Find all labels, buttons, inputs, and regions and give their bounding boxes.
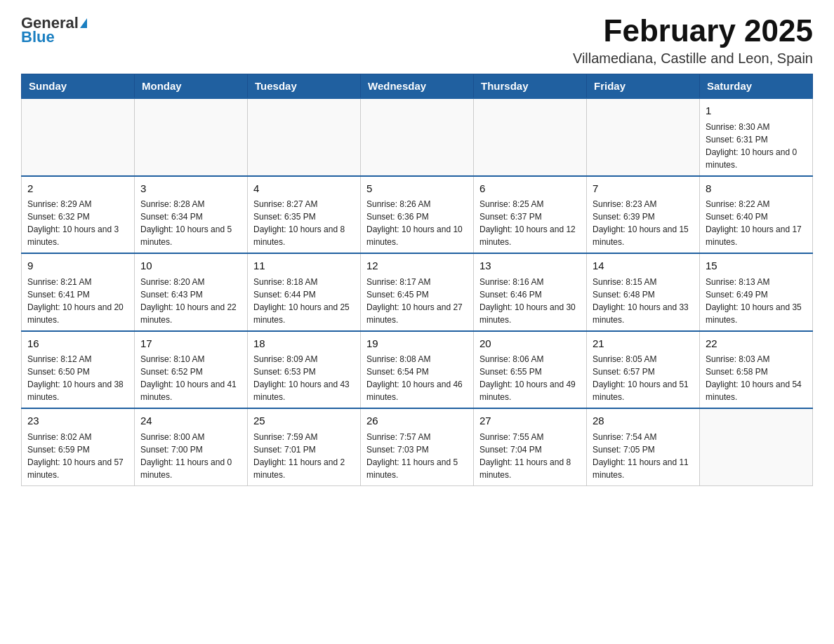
day-info: Sunrise: 7:59 AM Sunset: 7:01 PM Dayligh… xyxy=(253,431,355,481)
day-info: Sunrise: 7:57 AM Sunset: 7:03 PM Dayligh… xyxy=(366,431,468,481)
day-info: Sunrise: 8:17 AM Sunset: 6:45 PM Dayligh… xyxy=(366,276,468,326)
calendar-cell: 15Sunrise: 8:13 AM Sunset: 6:49 PM Dayli… xyxy=(700,253,813,331)
calendar-cell: 23Sunrise: 8:02 AM Sunset: 6:59 PM Dayli… xyxy=(22,408,135,485)
day-number: 3 xyxy=(140,181,241,197)
day-number: 2 xyxy=(27,181,128,197)
calendar-cell: 13Sunrise: 8:16 AM Sunset: 6:46 PM Dayli… xyxy=(474,253,587,331)
calendar-cell xyxy=(248,98,361,176)
calendar-cell: 22Sunrise: 8:03 AM Sunset: 6:58 PM Dayli… xyxy=(700,331,813,409)
day-number: 12 xyxy=(366,258,468,274)
calendar-cell: 10Sunrise: 8:20 AM Sunset: 6:43 PM Dayli… xyxy=(135,253,248,331)
calendar-day-header: Friday xyxy=(587,74,700,99)
day-number: 11 xyxy=(253,258,355,274)
calendar-cell: 11Sunrise: 8:18 AM Sunset: 6:44 PM Dayli… xyxy=(248,253,361,331)
calendar-cell: 6Sunrise: 8:25 AM Sunset: 6:37 PM Daylig… xyxy=(474,176,587,254)
calendar-cell xyxy=(700,408,813,485)
calendar-cell: 16Sunrise: 8:12 AM Sunset: 6:50 PM Dayli… xyxy=(22,331,135,409)
day-info: Sunrise: 8:02 AM Sunset: 6:59 PM Dayligh… xyxy=(27,431,128,481)
calendar-day-header: Wednesday xyxy=(361,74,474,99)
calendar-week-row: 23Sunrise: 8:02 AM Sunset: 6:59 PM Dayli… xyxy=(22,408,813,485)
day-number: 7 xyxy=(593,181,694,197)
calendar-week-row: 16Sunrise: 8:12 AM Sunset: 6:50 PM Dayli… xyxy=(22,331,813,409)
calendar-cell: 1Sunrise: 8:30 AM Sunset: 6:31 PM Daylig… xyxy=(700,98,813,176)
day-number: 8 xyxy=(706,181,807,197)
calendar-week-row: 1Sunrise: 8:30 AM Sunset: 6:31 PM Daylig… xyxy=(22,98,813,176)
day-number: 1 xyxy=(706,103,807,119)
calendar-subtitle: Villamediana, Castille and Leon, Spain xyxy=(573,51,813,67)
logo-blue-text: Blue xyxy=(21,28,55,46)
calendar-cell: 5Sunrise: 8:26 AM Sunset: 6:36 PM Daylig… xyxy=(361,176,474,254)
day-number: 20 xyxy=(479,336,581,352)
day-info: Sunrise: 8:09 AM Sunset: 6:53 PM Dayligh… xyxy=(253,353,355,403)
calendar-cell: 8Sunrise: 8:22 AM Sunset: 6:40 PM Daylig… xyxy=(700,176,813,254)
day-number: 10 xyxy=(140,258,241,274)
calendar-header: SundayMondayTuesdayWednesdayThursdayFrid… xyxy=(22,74,813,99)
calendar-day-header: Sunday xyxy=(22,74,135,99)
logo: General Blue xyxy=(21,14,87,46)
calendar-cell: 17Sunrise: 8:10 AM Sunset: 6:52 PM Dayli… xyxy=(135,331,248,409)
day-info: Sunrise: 8:15 AM Sunset: 6:48 PM Dayligh… xyxy=(593,276,694,326)
page-header: General Blue February 2025 Villamediana,… xyxy=(21,14,813,67)
day-info: Sunrise: 8:20 AM Sunset: 6:43 PM Dayligh… xyxy=(140,276,241,326)
day-info: Sunrise: 8:30 AM Sunset: 6:31 PM Dayligh… xyxy=(706,121,807,171)
day-number: 26 xyxy=(366,413,468,429)
day-number: 22 xyxy=(706,336,807,352)
day-info: Sunrise: 7:54 AM Sunset: 7:05 PM Dayligh… xyxy=(593,431,694,481)
calendar-week-row: 2Sunrise: 8:29 AM Sunset: 6:32 PM Daylig… xyxy=(22,176,813,254)
calendar-header-row: SundayMondayTuesdayWednesdayThursdayFrid… xyxy=(22,74,813,99)
day-info: Sunrise: 8:16 AM Sunset: 6:46 PM Dayligh… xyxy=(479,276,581,326)
calendar-body: 1Sunrise: 8:30 AM Sunset: 6:31 PM Daylig… xyxy=(22,98,813,485)
day-info: Sunrise: 8:26 AM Sunset: 6:36 PM Dayligh… xyxy=(366,198,468,248)
day-info: Sunrise: 8:27 AM Sunset: 6:35 PM Dayligh… xyxy=(253,198,355,248)
day-number: 5 xyxy=(366,181,468,197)
day-number: 14 xyxy=(593,258,694,274)
day-info: Sunrise: 8:18 AM Sunset: 6:44 PM Dayligh… xyxy=(253,276,355,326)
day-info: Sunrise: 8:29 AM Sunset: 6:32 PM Dayligh… xyxy=(27,198,128,248)
calendar-cell xyxy=(474,98,587,176)
day-info: Sunrise: 8:22 AM Sunset: 6:40 PM Dayligh… xyxy=(706,198,807,248)
calendar-cell xyxy=(361,98,474,176)
calendar-cell: 2Sunrise: 8:29 AM Sunset: 6:32 PM Daylig… xyxy=(22,176,135,254)
day-number: 17 xyxy=(140,336,241,352)
calendar-day-header: Saturday xyxy=(700,74,813,99)
day-info: Sunrise: 8:13 AM Sunset: 6:49 PM Dayligh… xyxy=(706,276,807,326)
day-info: Sunrise: 8:08 AM Sunset: 6:54 PM Dayligh… xyxy=(366,353,468,403)
day-number: 21 xyxy=(593,336,694,352)
day-info: Sunrise: 7:55 AM Sunset: 7:04 PM Dayligh… xyxy=(479,431,581,481)
calendar-day-header: Thursday xyxy=(474,74,587,99)
calendar-cell: 24Sunrise: 8:00 AM Sunset: 7:00 PM Dayli… xyxy=(135,408,248,485)
calendar-cell: 14Sunrise: 8:15 AM Sunset: 6:48 PM Dayli… xyxy=(587,253,700,331)
day-info: Sunrise: 8:28 AM Sunset: 6:34 PM Dayligh… xyxy=(140,198,241,248)
day-number: 9 xyxy=(27,258,128,274)
day-number: 16 xyxy=(27,336,128,352)
day-info: Sunrise: 8:12 AM Sunset: 6:50 PM Dayligh… xyxy=(27,353,128,403)
calendar-cell: 12Sunrise: 8:17 AM Sunset: 6:45 PM Dayli… xyxy=(361,253,474,331)
calendar-cell: 3Sunrise: 8:28 AM Sunset: 6:34 PM Daylig… xyxy=(135,176,248,254)
day-info: Sunrise: 8:25 AM Sunset: 6:37 PM Dayligh… xyxy=(479,198,581,248)
day-number: 13 xyxy=(479,258,581,274)
calendar-cell: 28Sunrise: 7:54 AM Sunset: 7:05 PM Dayli… xyxy=(587,408,700,485)
calendar-cell: 18Sunrise: 8:09 AM Sunset: 6:53 PM Dayli… xyxy=(248,331,361,409)
logo-triangle-icon xyxy=(80,18,87,28)
calendar-cell: 27Sunrise: 7:55 AM Sunset: 7:04 PM Dayli… xyxy=(474,408,587,485)
day-number: 27 xyxy=(479,413,581,429)
calendar-day-header: Tuesday xyxy=(248,74,361,99)
day-number: 25 xyxy=(253,413,355,429)
day-info: Sunrise: 8:10 AM Sunset: 6:52 PM Dayligh… xyxy=(140,353,241,403)
day-number: 19 xyxy=(366,336,468,352)
day-info: Sunrise: 8:06 AM Sunset: 6:55 PM Dayligh… xyxy=(479,353,581,403)
day-info: Sunrise: 8:00 AM Sunset: 7:00 PM Dayligh… xyxy=(140,431,241,481)
day-info: Sunrise: 8:05 AM Sunset: 6:57 PM Dayligh… xyxy=(593,353,694,403)
calendar-cell xyxy=(22,98,135,176)
calendar-week-row: 9Sunrise: 8:21 AM Sunset: 6:41 PM Daylig… xyxy=(22,253,813,331)
day-number: 23 xyxy=(27,413,128,429)
calendar-cell xyxy=(135,98,248,176)
day-number: 24 xyxy=(140,413,241,429)
title-block: February 2025 Villamediana, Castille and… xyxy=(573,14,813,67)
day-number: 4 xyxy=(253,181,355,197)
calendar-cell: 19Sunrise: 8:08 AM Sunset: 6:54 PM Dayli… xyxy=(361,331,474,409)
calendar-cell xyxy=(587,98,700,176)
calendar-title: February 2025 xyxy=(573,14,813,48)
calendar-day-header: Monday xyxy=(135,74,248,99)
calendar-table: SundayMondayTuesdayWednesdayThursdayFrid… xyxy=(21,74,813,486)
